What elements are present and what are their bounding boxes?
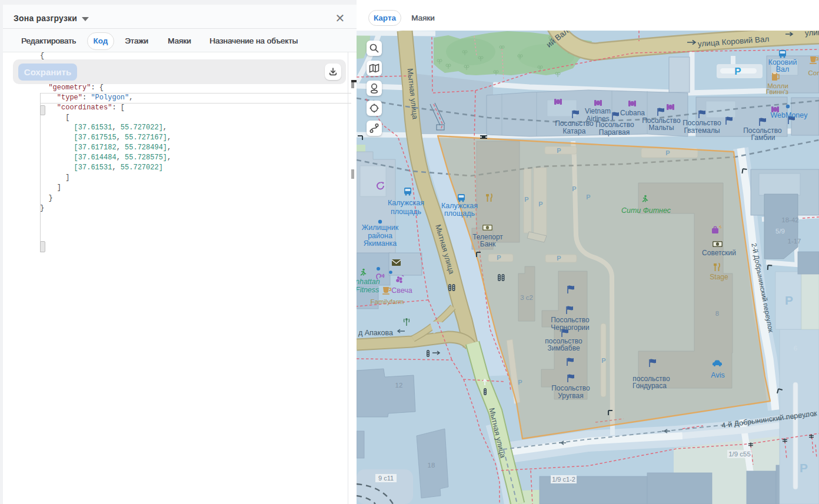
svg-text:Посольство: Посольство <box>682 119 721 127</box>
svg-text:Stage: Stage <box>710 273 728 281</box>
svg-text:P: P <box>572 185 576 192</box>
svg-text:площадь: площадь <box>391 208 421 216</box>
svg-text:Черногории: Черногории <box>551 323 590 332</box>
svg-text:1/9 с1-2: 1/9 с1-2 <box>552 476 575 483</box>
svg-text:6: 6 <box>794 345 797 352</box>
svg-text:3 с2: 3 с2 <box>520 294 533 301</box>
svg-text:Fitness: Fitness <box>357 286 379 294</box>
svg-text:P: P <box>800 461 808 475</box>
svg-text:1/9 с55: 1/9 с55 <box>728 450 751 458</box>
svg-text:Familyfarm: Familyfarm <box>371 298 404 305</box>
svg-text:д Апакова: д Апакова <box>358 329 393 337</box>
svg-text:Жилищник: Жилищник <box>362 223 399 232</box>
svg-text:Сити Фитнес: Сити Фитнес <box>621 206 671 215</box>
svg-text:P: P <box>734 66 741 77</box>
svg-text:P: P <box>497 254 501 261</box>
svg-text:P: P <box>538 201 542 208</box>
svg-text:Con: Con <box>808 69 819 76</box>
svg-text:Зимбабве: Зимбабве <box>547 344 580 352</box>
svg-text:9 с11: 9 с11 <box>378 475 394 482</box>
svg-text:1-17: 1-17 <box>787 238 801 245</box>
svg-text:nhattan: nhattan <box>357 278 380 286</box>
svg-text:Вал: Вал <box>776 65 790 74</box>
svg-text:Посольство: Посольство <box>595 121 634 129</box>
svg-text:улиц: улиц <box>805 31 819 38</box>
svg-text:Советский: Советский <box>702 249 736 257</box>
svg-text:площадь: площадь <box>444 209 475 218</box>
svg-text:Банк: Банк <box>480 240 496 248</box>
svg-text:Гватемалы: Гватемалы <box>684 126 720 135</box>
svg-text:P: P <box>524 196 528 203</box>
svg-text:18: 18 <box>428 462 435 469</box>
svg-text:P: P <box>557 255 561 262</box>
svg-text:Гондураса: Гондураса <box>632 382 667 390</box>
svg-text:Cubana: Cubana <box>620 109 645 117</box>
svg-text:P: P <box>586 193 590 201</box>
svg-text:Avis: Avis <box>711 371 724 379</box>
svg-text:Гвинн'з: Гвинн'з <box>766 88 788 95</box>
svg-text:Парагвая: Парагвая <box>599 128 630 136</box>
svg-text:Калужская: Калужская <box>441 202 478 210</box>
svg-text:5/9: 5/9 <box>775 228 785 235</box>
svg-text:Vietnam: Vietnam <box>585 107 611 115</box>
svg-text:P: P <box>785 293 793 307</box>
svg-text:12: 12 <box>395 382 403 389</box>
svg-text:WebMoney: WebMoney <box>771 111 808 119</box>
svg-text:Посольство: Посольство <box>551 384 590 392</box>
svg-text:P: P <box>601 357 605 364</box>
svg-text:18-42: 18-42 <box>781 216 798 223</box>
svg-text:8: 8 <box>715 310 719 317</box>
svg-text:Якиманка: Якиманка <box>364 239 397 248</box>
svg-text:Калужская: Калужская <box>388 199 424 207</box>
svg-text:Мальты: Мальты <box>648 124 674 132</box>
svg-text:Катара: Катара <box>563 127 586 135</box>
svg-text:P: P <box>665 149 670 156</box>
svg-text:Свеча: Свеча <box>391 286 412 295</box>
svg-text:района: района <box>368 232 392 240</box>
svg-text:P: P <box>518 379 522 386</box>
svg-text:Посольство: Посольство <box>551 316 590 324</box>
svg-text:Гамбии: Гамбии <box>751 133 775 142</box>
svg-text:Уругвая: Уругвая <box>558 392 583 400</box>
svg-text:P: P <box>557 147 561 154</box>
